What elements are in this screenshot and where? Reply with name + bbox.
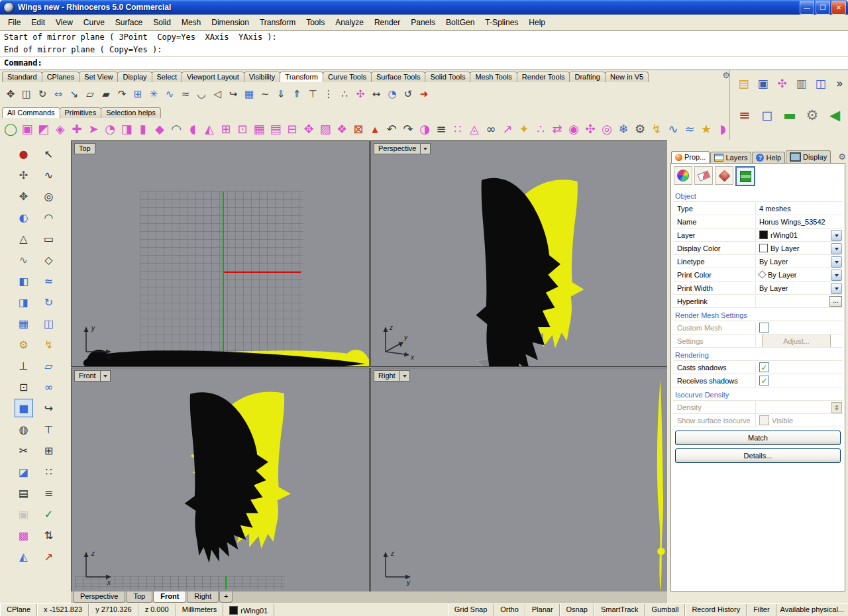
array-curve-icon[interactable]: ∿ bbox=[162, 87, 177, 101]
tee-icon[interactable]: ⊤ bbox=[40, 420, 58, 438]
toolbar-tab-display[interactable]: Display bbox=[117, 72, 152, 82]
taper-icon[interactable]: ◁ bbox=[210, 87, 225, 101]
status-toggle-ortho[interactable]: Ortho bbox=[494, 604, 525, 616]
paste-icon[interactable]: ◫ bbox=[812, 76, 829, 92]
swap-icon[interactable]: ⇄ bbox=[549, 121, 565, 137]
flow-icon[interactable]: ↪ bbox=[226, 87, 240, 101]
details-button[interactable]: Details... bbox=[675, 448, 841, 463]
scale-icon[interactable]: ↘ bbox=[67, 87, 81, 101]
wave-icon[interactable]: ≈ bbox=[682, 121, 698, 137]
shear-icon[interactable]: ▰ bbox=[99, 87, 113, 101]
rectangle-icon[interactable]: ▭ bbox=[40, 229, 58, 248]
menu-boltgen[interactable]: BoltGen bbox=[441, 16, 480, 29]
properties-box-icon[interactable]: ◻ bbox=[758, 106, 776, 125]
move-icon[interactable]: ✥ bbox=[3, 87, 18, 101]
half-circle-icon[interactable]: ◑ bbox=[417, 121, 433, 137]
menu-analyze[interactable]: Analyze bbox=[330, 16, 369, 29]
layer-manager-icon[interactable]: ≡ bbox=[735, 106, 754, 125]
redo-icon[interactable]: ↷ bbox=[400, 121, 416, 137]
custom-mesh-checkbox[interactable] bbox=[759, 323, 769, 333]
viewport-tab-perspective[interactable]: Perspective bbox=[73, 591, 125, 603]
viewport-tab-front[interactable]: Front bbox=[153, 591, 186, 603]
display-color-dropdown-icon[interactable] bbox=[831, 243, 842, 254]
hatch-icon[interactable]: ▨ bbox=[317, 121, 333, 137]
toolbar-tab-visibility[interactable]: Visibility bbox=[244, 72, 281, 82]
set-points-icon[interactable]: ∴ bbox=[337, 87, 352, 101]
tab-help[interactable]: Help bbox=[752, 152, 785, 163]
viewport-tab-top[interactable]: Top bbox=[126, 591, 152, 603]
boxed-dot-icon[interactable]: ⊡ bbox=[235, 121, 250, 137]
half-box-icon[interactable]: ◨ bbox=[119, 121, 134, 137]
swatch-grid-icon[interactable]: ▩ bbox=[15, 526, 33, 544]
toolbar-tab-viewport-layout[interactable]: Viewport Layout bbox=[182, 72, 244, 82]
menu-curve[interactable]: Curve bbox=[78, 16, 110, 29]
surface-icon[interactable]: ◧ bbox=[15, 272, 33, 290]
status-toggle-gumball[interactable]: Gumball bbox=[645, 604, 685, 616]
toolbar-tab-render-tools[interactable]: Render Tools bbox=[517, 72, 570, 82]
gears-icon[interactable]: ⚙ bbox=[803, 106, 822, 125]
status-toggle-smarttrack[interactable]: SmartTrack bbox=[594, 604, 645, 616]
diamond-icon[interactable]: ◆ bbox=[152, 121, 168, 137]
menu-t-splines[interactable]: T-Splines bbox=[480, 16, 523, 29]
paint-box-icon[interactable]: ▣ bbox=[19, 121, 35, 137]
bend-icon[interactable]: ◡ bbox=[194, 87, 209, 101]
print-width-dropdown-icon[interactable] bbox=[831, 283, 842, 294]
array-polar-icon[interactable]: ✳ bbox=[146, 87, 161, 101]
disabled-box-icon[interactable]: ▣ bbox=[15, 505, 33, 523]
lightning-icon[interactable]: ↯ bbox=[40, 335, 58, 354]
tab-layers[interactable]: Layers bbox=[710, 152, 751, 163]
viewport-menu-arrow-icon[interactable] bbox=[100, 371, 110, 381]
history-icon[interactable]: ↺ bbox=[401, 87, 415, 101]
plane-icon[interactable]: ▱ bbox=[40, 356, 58, 375]
viewport-front-label[interactable]: Front bbox=[74, 370, 111, 382]
sparkle-icon[interactable]: ✥ bbox=[301, 121, 317, 137]
twist-icon[interactable]: ≈ bbox=[178, 87, 193, 101]
puzzle-hammer-icon[interactable]: ⚙ bbox=[15, 335, 33, 354]
viewport-perspective-label[interactable]: Perspective bbox=[374, 143, 431, 154]
shaded-corner-icon[interactable]: ◩ bbox=[36, 121, 52, 137]
layer-dropdown-icon[interactable] bbox=[831, 230, 842, 241]
helix-icon[interactable]: ∿ bbox=[15, 250, 33, 269]
grid-rows-icon[interactable]: ▤ bbox=[15, 484, 33, 502]
linetype-dropdown-icon[interactable] bbox=[831, 256, 842, 268]
project-icon[interactable]: ⇓ bbox=[274, 87, 288, 101]
arrow-cmd-icon[interactable]: ➤ bbox=[85, 121, 101, 137]
current-layer-pane[interactable]: rWing01 bbox=[223, 604, 274, 616]
polyline-icon[interactable]: △ bbox=[15, 229, 33, 248]
scissors-icon[interactable]: ✂ bbox=[15, 441, 33, 460]
viewport-right[interactable]: z y Right bbox=[370, 368, 668, 592]
viewport-front[interactable]: z x Front bbox=[71, 368, 370, 592]
record-circle-icon[interactable]: ◯ bbox=[3, 121, 19, 137]
tab-display[interactable]: Display bbox=[786, 150, 831, 163]
hook-icon[interactable]: ↪ bbox=[40, 399, 58, 417]
wire-box-icon[interactable]: ⊡ bbox=[15, 378, 33, 396]
viewport-menu-arrow-icon[interactable] bbox=[420, 144, 430, 154]
status-toggle-osnap[interactable]: Osnap bbox=[560, 604, 594, 616]
cone-icon[interactable]: ◭ bbox=[201, 121, 217, 137]
gear-cmd-icon[interactable]: ⚙ bbox=[632, 121, 648, 137]
star5-icon[interactable]: ★ bbox=[698, 121, 714, 137]
check-icon[interactable]: ✓ bbox=[40, 505, 58, 523]
sort-icon[interactable]: ⇅ bbox=[40, 526, 58, 544]
receives-shadows-checkbox[interactable]: ✓ bbox=[759, 376, 769, 385]
distribute-icon[interactable]: ⋮ bbox=[321, 87, 336, 101]
viewport-right-label[interactable]: Right bbox=[374, 370, 410, 382]
toolbar-tab-new-in-v5[interactable]: New in V5 bbox=[605, 72, 649, 82]
copy-icon[interactable]: ◫ bbox=[19, 87, 34, 101]
more-tools-chevron-icon[interactable]: » bbox=[831, 76, 848, 92]
tri-gem-icon[interactable]: ◬ bbox=[466, 121, 482, 137]
toolbar-tab-mesh-tools[interactable]: Mesh Tools bbox=[470, 72, 517, 82]
status-toggle-filter[interactable]: Filter bbox=[747, 604, 776, 616]
polygon-icon[interactable]: ◇ bbox=[40, 250, 58, 269]
undo-icon[interactable]: ↶ bbox=[384, 121, 399, 137]
grid-minus-icon[interactable]: ⊟ bbox=[284, 121, 300, 137]
status-toggle-planar[interactable]: Planar bbox=[525, 604, 560, 616]
print-color-dropdown-icon[interactable] bbox=[831, 270, 842, 281]
repeat-arrow-icon[interactable]: ➜ bbox=[417, 87, 431, 101]
object-properties-icon[interactable] bbox=[674, 166, 692, 185]
menu-mesh[interactable]: Mesh bbox=[176, 16, 206, 29]
stretch-icon[interactable]: ↔ bbox=[369, 87, 384, 101]
mirror-icon[interactable]: ⇔ bbox=[51, 87, 66, 101]
menu-panels[interactable]: Panels bbox=[405, 16, 441, 29]
command-input[interactable]: Command: bbox=[0, 56, 848, 70]
